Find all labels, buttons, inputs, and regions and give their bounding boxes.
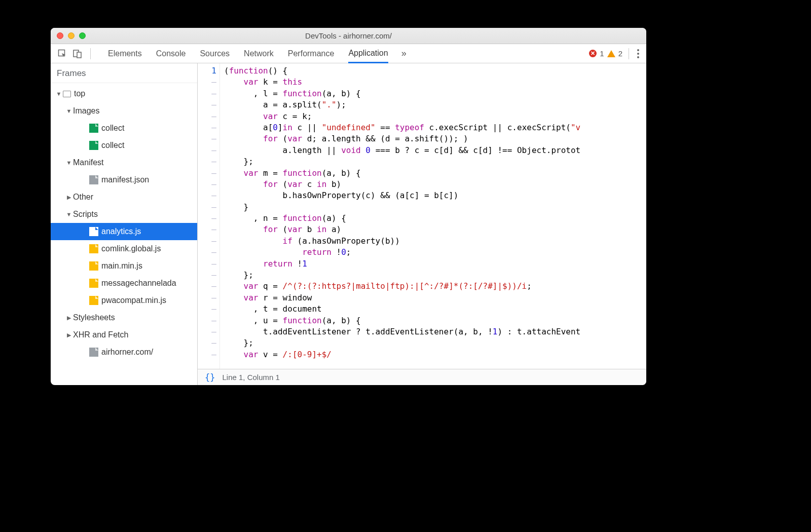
tab-elements[interactable]: Elements [108, 44, 142, 63]
close-icon[interactable] [57, 32, 63, 39]
zoom-icon[interactable] [79, 32, 86, 39]
devtools-toolbar: ElementsConsoleSourcesNetworkPerformance… [51, 44, 646, 63]
docg-file-icon [89, 124, 98, 133]
issue-badges[interactable]: ✕ 1 2 [589, 49, 622, 58]
tree-item-label: main.min.js [101, 261, 142, 271]
devtools-window: DevTools - airhorner.com/ ElementsConsol… [51, 28, 646, 385]
overflow-tabs-button[interactable]: » [401, 44, 407, 63]
tab-performance[interactable]: Performance [288, 44, 335, 63]
docg-file-icon [89, 141, 98, 150]
tree-item[interactable]: manifest.json [51, 171, 197, 188]
divider [629, 48, 629, 59]
tab-network[interactable]: Network [244, 44, 274, 63]
tree-item[interactable]: airhorner.com/ [51, 344, 197, 361]
device-toggle-icon[interactable] [71, 47, 84, 60]
tree-item-label: collect [101, 141, 124, 150]
tab-sources[interactable]: Sources [200, 44, 230, 63]
tree-item-label: Manifest [73, 158, 103, 167]
tree-item[interactable]: main.min.js [51, 257, 197, 275]
docy-file-icon [89, 296, 98, 305]
tree-item[interactable]: messagechannelada [51, 275, 197, 292]
divider [90, 48, 91, 59]
frame-file-icon [63, 91, 71, 97]
tree-item[interactable]: collect [51, 120, 197, 137]
tree-item-label: collect [101, 124, 124, 133]
code-content[interactable]: (function() { var k = this , l = functio… [220, 63, 646, 369]
docy-file-icon [89, 261, 98, 271]
tab-console[interactable]: Console [156, 44, 186, 63]
tab-application[interactable]: Application [348, 45, 388, 63]
warning-icon [607, 50, 615, 57]
tree-item-label: comlink.global.js [101, 244, 161, 253]
tree-item-label: Stylesheets [73, 313, 115, 322]
tree-item-label: top [74, 89, 85, 98]
error-count: 1 [600, 49, 604, 58]
window-title: DevTools - airhorner.com/ [51, 31, 646, 40]
tree-item-label: manifest.json [101, 175, 149, 184]
tree-item[interactable]: ▶Stylesheets [51, 309, 197, 326]
pretty-print-button[interactable]: {} [205, 372, 215, 383]
tree-item-label: airhorner.com/ [101, 348, 153, 357]
window-controls [57, 32, 86, 39]
tree-item[interactable]: ▶Other [51, 188, 197, 206]
tree-item-label: pwacompat.min.js [101, 296, 166, 305]
frames-tree: ▼top▼Imagescollectcollect▼Manifestmanife… [51, 83, 197, 385]
tree-item[interactable]: ▶XHR and Fetch [51, 326, 197, 344]
tree-item[interactable]: pwacompat.min.js [51, 292, 197, 309]
line-gutter[interactable]: 1––––––––––––––––––––––––– [198, 63, 220, 369]
tree-item[interactable]: ▼Images [51, 102, 197, 120]
tree-item-label: Images [73, 106, 99, 116]
tree-item[interactable]: ▼Scripts [51, 206, 197, 223]
svg-rect-2 [77, 52, 81, 58]
more-menu-icon[interactable] [635, 47, 641, 60]
tree-item[interactable]: analytics.js [51, 223, 197, 240]
minimize-icon[interactable] [68, 32, 75, 39]
sidebar-heading: Frames [51, 63, 197, 83]
tree-item-label: Scripts [73, 210, 98, 219]
docgrey-file-icon [89, 348, 98, 357]
warning-count: 2 [618, 49, 622, 58]
tree-item[interactable]: collect [51, 137, 197, 154]
docy-file-icon [89, 279, 98, 288]
docgrey-file-icon [89, 175, 98, 184]
panel-tabs: ElementsConsoleSourcesNetworkPerformance… [108, 44, 388, 63]
tree-item-label: Other [73, 193, 93, 202]
docy-file-icon [89, 244, 98, 253]
tree-item[interactable]: ▼Manifest [51, 154, 197, 171]
tree-item[interactable]: ▼top [51, 85, 197, 102]
tree-item[interactable]: comlink.global.js [51, 240, 197, 257]
error-icon: ✕ [589, 50, 597, 57]
cursor-position: Line 1, Column 1 [222, 373, 279, 382]
editor-statusbar: {} Line 1, Column 1 [198, 369, 646, 385]
inspect-icon[interactable] [56, 47, 69, 60]
tree-item-label: messagechannelada [101, 279, 176, 288]
docwhite-file-icon [89, 227, 98, 236]
source-editor: 1––––––––––––––––––––––––– (function() {… [198, 63, 646, 385]
tree-item-label: XHR and Fetch [73, 330, 128, 339]
tree-item-label: analytics.js [101, 227, 141, 236]
frames-sidebar: Frames ▼top▼Imagescollectcollect▼Manifes… [51, 63, 198, 385]
titlebar: DevTools - airhorner.com/ [51, 28, 646, 44]
